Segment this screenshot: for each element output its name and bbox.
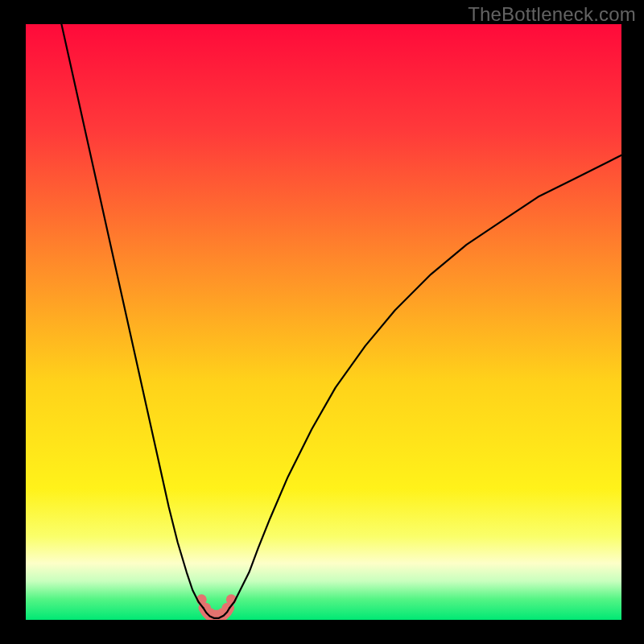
chart-frame: TheBottleneck.com (0, 0, 644, 644)
chart-svg (26, 24, 621, 620)
watermark-text: TheBottleneck.com (468, 3, 636, 26)
chart-plot-area (26, 24, 621, 620)
gradient-background (26, 24, 621, 620)
